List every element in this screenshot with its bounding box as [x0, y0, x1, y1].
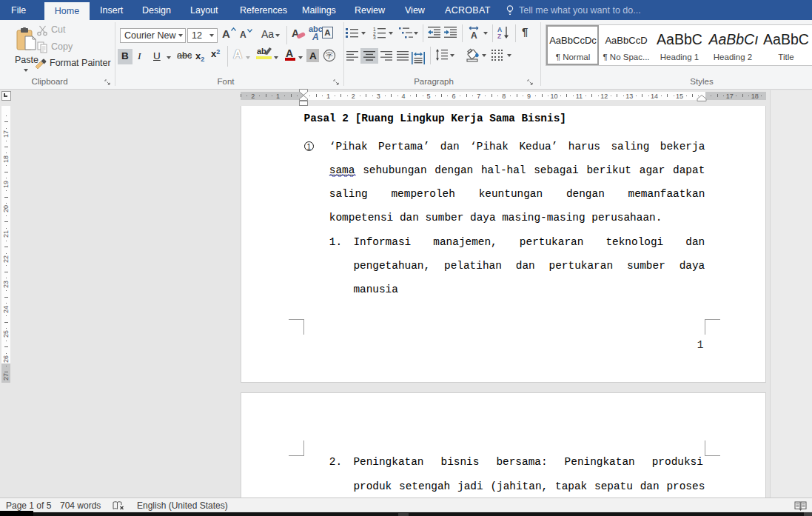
svg-text:A: A [471, 30, 477, 39]
svg-text:字: 字 [326, 51, 333, 59]
svg-text:Z: Z [497, 33, 501, 39]
svg-text:3: 3 [373, 35, 376, 39]
